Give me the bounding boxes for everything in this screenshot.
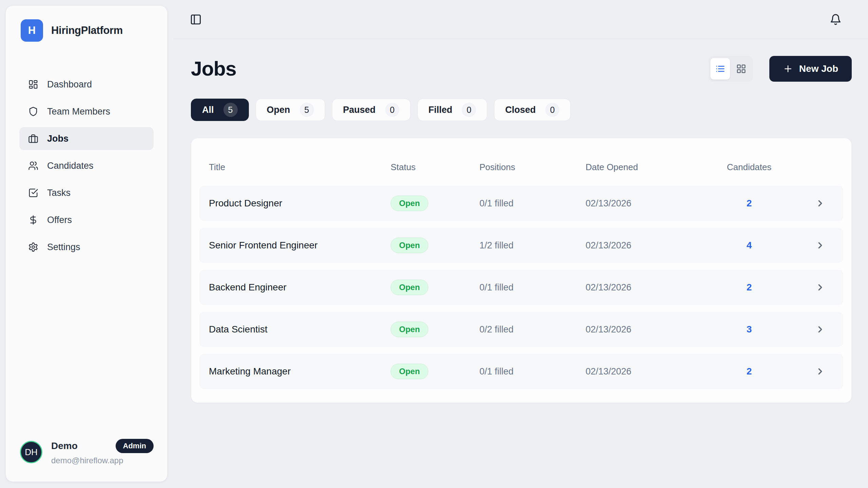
view-toggle xyxy=(708,56,753,82)
grid-icon xyxy=(736,64,746,74)
job-status-cell: Open xyxy=(391,322,479,337)
job-title: Backend Engineer xyxy=(209,282,391,293)
filter-filled[interactable]: Filled 0 xyxy=(417,99,488,121)
status-filters: All 5 Open 5 Paused 0 Filled 0 Closed 0 xyxy=(191,99,852,121)
filter-all[interactable]: All 5 xyxy=(191,99,249,121)
column-header-date-opened: Date Opened xyxy=(586,162,723,172)
job-title: Marketing Manager xyxy=(209,366,391,377)
chevron-right-icon[interactable] xyxy=(815,198,825,208)
settings-icon xyxy=(28,242,38,252)
chevron-right-icon[interactable] xyxy=(815,282,825,292)
new-job-label: New Job xyxy=(799,63,838,74)
sidebar-item-offers[interactable]: Offers xyxy=(19,208,154,231)
new-job-button[interactable]: New Job xyxy=(769,56,852,82)
column-header-positions: Positions xyxy=(479,162,586,172)
role-badge: Admin xyxy=(116,439,154,453)
row-chevron-cell xyxy=(807,198,834,208)
job-candidates-count[interactable]: 2 xyxy=(723,198,775,209)
status-badge: Open xyxy=(391,280,428,295)
grid-view-button[interactable] xyxy=(731,58,751,80)
chevron-right-icon[interactable] xyxy=(815,324,825,334)
job-title: Senior Frontend Engineer xyxy=(209,240,391,251)
title-row: Jobs New Job xyxy=(191,56,852,82)
column-header-status: Status xyxy=(391,162,479,172)
sidebar-nav: Dashboard Team Members Jobs Candidates T… xyxy=(19,73,154,259)
app-logo-icon: H xyxy=(21,19,43,42)
jobs-page: Jobs New Job xyxy=(173,56,868,403)
app-title: HiringPlatform xyxy=(51,24,123,37)
filter-closed[interactable]: Closed 0 xyxy=(494,99,571,121)
bell-icon xyxy=(830,14,842,25)
job-candidates-count[interactable]: 2 xyxy=(723,366,775,377)
job-candidates-count[interactable]: 4 xyxy=(723,240,775,251)
job-date-opened: 02/13/2026 xyxy=(586,324,723,335)
user-info: Demo Admin demo@hireflow.app xyxy=(51,439,154,465)
table-row[interactable]: Senior Frontend Engineer Open 1/2 filled… xyxy=(199,228,843,263)
sidebar-item-team-members[interactable]: Team Members xyxy=(19,100,154,123)
filter-paused[interactable]: Paused 0 xyxy=(332,99,411,121)
filter-count-badge: 0 xyxy=(385,103,399,117)
list-view-button[interactable] xyxy=(710,58,730,80)
job-date-opened: 02/13/2026 xyxy=(586,198,723,209)
job-candidates-count[interactable]: 3 xyxy=(723,324,775,335)
status-badge: Open xyxy=(391,196,428,211)
job-positions: 0/1 filled xyxy=(479,282,586,293)
row-chevron-cell xyxy=(807,366,834,377)
avatar-initials: DH xyxy=(25,447,38,458)
chevron-right-icon[interactable] xyxy=(815,240,825,250)
job-date-opened: 02/13/2026 xyxy=(586,366,723,377)
status-badge: Open xyxy=(391,322,428,337)
status-badge: Open xyxy=(391,238,428,253)
topbar xyxy=(173,0,868,39)
table-row[interactable]: Backend Engineer Open 0/1 filled 02/13/2… xyxy=(199,270,843,305)
job-title: Data Scientist xyxy=(209,324,391,335)
table-header: TitleStatusPositionsDate OpenedCandidate… xyxy=(199,148,843,186)
table-body: Product Designer Open 0/1 filled 02/13/2… xyxy=(199,186,843,389)
job-positions: 0/1 filled xyxy=(479,366,586,377)
users-icon xyxy=(28,161,38,171)
chevron-right-icon[interactable] xyxy=(815,366,825,377)
app-logo-letter: H xyxy=(28,24,36,37)
sidebar-item-dashboard[interactable]: Dashboard xyxy=(19,73,154,96)
job-title: Product Designer xyxy=(209,198,391,209)
job-date-opened: 02/13/2026 xyxy=(586,282,723,293)
table-row[interactable]: Product Designer Open 0/1 filled 02/13/2… xyxy=(199,186,843,221)
layout-dashboard-icon xyxy=(28,79,38,89)
page-title: Jobs xyxy=(191,57,236,80)
list-icon xyxy=(715,64,725,74)
row-chevron-cell xyxy=(807,324,834,334)
sidebar-item-jobs[interactable]: Jobs xyxy=(19,127,154,150)
job-date-opened: 02/13/2026 xyxy=(586,240,723,251)
check-square-icon xyxy=(28,188,38,198)
sidebar-item-tasks[interactable]: Tasks xyxy=(19,181,154,204)
app-logo: H HiringPlatform xyxy=(19,19,154,42)
filter-count-badge: 5 xyxy=(300,103,314,117)
row-chevron-cell xyxy=(807,240,834,250)
filter-count-badge: 0 xyxy=(545,103,559,117)
sidebar-item-candidates[interactable]: Candidates xyxy=(19,154,154,177)
filter-count-badge: 0 xyxy=(462,103,476,117)
filter-count-badge: 5 xyxy=(223,103,238,117)
sidebar-item-settings[interactable]: Settings xyxy=(19,236,154,259)
title-actions: New Job xyxy=(708,56,852,82)
table-row[interactable]: Marketing Manager Open 0/1 filled 02/13/… xyxy=(199,354,843,389)
avatar: DH xyxy=(20,441,42,463)
column-header-title: Title xyxy=(209,162,391,172)
job-status-cell: Open xyxy=(391,364,479,379)
job-candidates-count[interactable]: 2 xyxy=(723,282,775,293)
shield-icon xyxy=(28,106,38,117)
dollar-sign-icon xyxy=(28,215,38,225)
table-row[interactable]: Data Scientist Open 0/2 filled 02/13/202… xyxy=(199,312,843,347)
panel-left-icon xyxy=(190,14,202,25)
job-positions: 0/1 filled xyxy=(479,198,586,209)
plus-icon xyxy=(783,64,793,74)
notifications-button[interactable] xyxy=(827,11,844,27)
sidebar-toggle-button[interactable] xyxy=(188,11,204,27)
sidebar: H HiringPlatform Dashboard Team Members … xyxy=(5,5,167,482)
filter-open[interactable]: Open 5 xyxy=(256,99,325,121)
status-badge: Open xyxy=(391,364,428,379)
user-profile[interactable]: DH Demo Admin demo@hireflow.app xyxy=(19,439,154,465)
row-chevron-cell xyxy=(807,282,834,292)
briefcase-icon xyxy=(28,134,38,144)
user-name: Demo xyxy=(51,441,78,451)
